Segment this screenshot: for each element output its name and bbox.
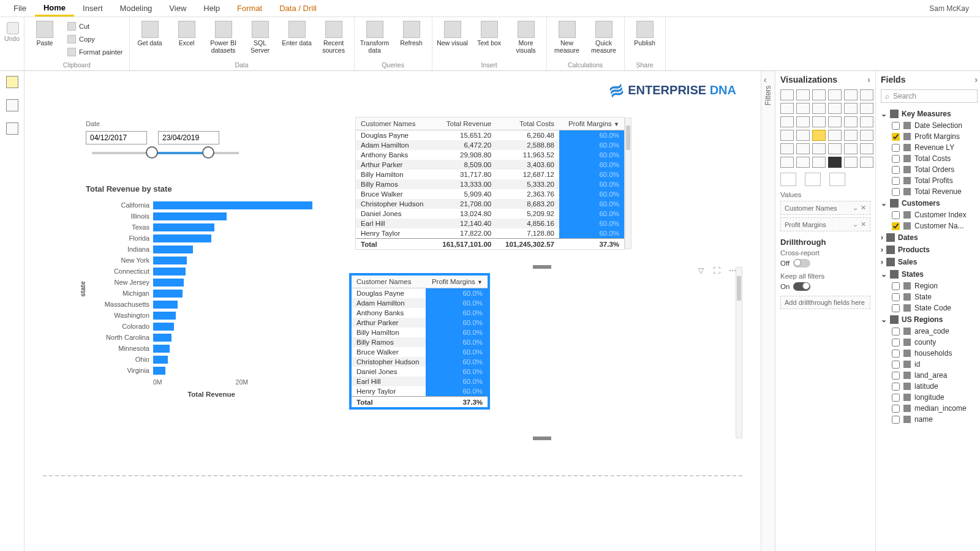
viz-type-23[interactable] (860, 130, 873, 141)
menu-data-drill[interactable]: Data / Drill (271, 1, 325, 15)
viz-type-30[interactable] (780, 157, 794, 168)
report-view-icon[interactable] (6, 76, 18, 88)
date-to-input[interactable] (158, 131, 219, 144)
viz-type-1[interactable] (796, 89, 810, 100)
table-row[interactable]: Bruce Walker60.0% (352, 347, 488, 357)
viz-type-15[interactable] (828, 116, 842, 127)
field-checkbox[interactable] (892, 372, 900, 380)
table-row[interactable]: Anthony Banks29,908.8011,963.5260.0% (356, 150, 624, 160)
fields-search[interactable]: ⌕Search (881, 89, 978, 103)
field-checkbox[interactable] (892, 282, 900, 290)
field-group[interactable]: ⌄Customers (881, 197, 978, 209)
table-row[interactable]: Earl Hill12,140.404,856.1660.0% (356, 219, 624, 228)
field-item[interactable]: Total Orders (881, 164, 978, 175)
viz-type-27[interactable] (828, 143, 842, 154)
table-row[interactable]: Billy Ramos60.0% (352, 337, 488, 347)
table-header[interactable]: Profit Margins ▼ (426, 276, 488, 288)
bar[interactable] (153, 279, 184, 287)
field-checkbox[interactable] (892, 394, 900, 402)
table-header[interactable]: Profit Margins ▼ (559, 118, 624, 130)
focus-icon[interactable]: ⛶ (712, 266, 722, 276)
viz-type-35[interactable] (860, 157, 873, 168)
table-row[interactable]: Daniel Jones13,024.805,209.9260.0% (356, 209, 624, 219)
field-group[interactable]: ›Products (881, 244, 978, 256)
bar[interactable] (153, 323, 174, 331)
viz-type-29[interactable] (860, 143, 873, 154)
field-checkbox[interactable] (892, 361, 900, 369)
format-mode-icon[interactable] (805, 173, 821, 186)
viz-type-12[interactable] (780, 116, 794, 127)
cut-button[interactable]: Cut (64, 20, 127, 32)
new-visual-button[interactable]: New visual (435, 18, 470, 60)
copy-button[interactable]: Copy (64, 32, 127, 45)
pbi-datasets-button[interactable]: Power BI datasets (206, 18, 241, 60)
field-checkbox[interactable] (892, 293, 900, 301)
quick-measure-button[interactable]: Quick measure (586, 18, 622, 60)
chevron-down-icon[interactable]: ⌄ (853, 204, 858, 212)
bar[interactable] (153, 246, 193, 253)
menu-help[interactable]: Help (195, 1, 228, 15)
field-item[interactable]: Customer Index (881, 209, 978, 220)
transform-data-button[interactable]: Transform data (357, 18, 393, 60)
viz-type-3[interactable] (828, 89, 842, 100)
field-item[interactable]: median_income (881, 403, 978, 414)
field-checkbox[interactable] (892, 339, 900, 347)
viz-type-33[interactable] (828, 157, 842, 168)
table-header[interactable]: Customer Names (352, 276, 426, 288)
values-well-profit[interactable]: Profit Margins⌄✕ (780, 217, 870, 231)
date-slider[interactable] (92, 152, 239, 154)
slider-handle-end[interactable] (202, 146, 214, 159)
bar[interactable] (153, 290, 183, 298)
table-row[interactable]: Arthur Parker60.0% (352, 318, 488, 328)
table1-scrollbar[interactable] (625, 118, 631, 249)
selected-visual-frame[interactable]: ▽ ⛶ ⋯ Customer NamesProfit Margins ▼Doug… (343, 267, 741, 438)
field-item[interactable]: Region (881, 280, 978, 291)
bar[interactable] (153, 312, 176, 320)
field-item[interactable]: Profit Margins (881, 131, 978, 142)
field-group[interactable]: ⌄States (881, 268, 978, 280)
field-checkbox[interactable] (892, 383, 900, 391)
field-group[interactable]: ⌄Key Measures (881, 108, 978, 120)
table-header[interactable]: Total Revenue (434, 118, 497, 130)
viz-type-19[interactable] (796, 130, 810, 141)
menu-home[interactable]: Home (35, 1, 74, 17)
menu-view[interactable]: View (160, 1, 195, 15)
undo-icon[interactable] (7, 22, 19, 34)
field-item[interactable]: Total Revenue (881, 186, 978, 197)
field-checkbox[interactable] (892, 166, 900, 174)
sql-server-button[interactable]: SQL Server (243, 18, 278, 60)
filter-icon[interactable]: ▽ (696, 266, 706, 276)
bar[interactable] (153, 223, 214, 231)
viz-type-18[interactable] (780, 130, 794, 141)
bar[interactable] (153, 257, 187, 264)
bar[interactable] (153, 234, 211, 242)
field-item[interactable]: land_area (881, 370, 978, 381)
bar[interactable] (153, 268, 186, 276)
menu-format[interactable]: Format (228, 1, 271, 15)
recent-sources-button[interactable]: Recent sources (316, 18, 352, 60)
data-view-icon[interactable] (6, 99, 18, 111)
table-row[interactable]: Earl Hill60.0% (352, 377, 488, 386)
customer-table-margins[interactable]: Customer NamesProfit Margins ▼Douglas Pa… (349, 273, 490, 410)
table-row[interactable]: Christopher Hudson21,708.008,683.2060.0% (356, 199, 624, 209)
field-checkbox[interactable] (892, 133, 900, 141)
field-checkbox[interactable] (892, 350, 900, 358)
more-visuals-button[interactable]: More visuals (508, 18, 544, 60)
field-item[interactable]: Total Costs (881, 153, 978, 164)
table-row[interactable]: Douglas Payne60.0% (352, 288, 488, 299)
viz-type-21[interactable] (828, 130, 842, 141)
remove-icon[interactable]: ✕ (861, 220, 866, 228)
viz-type-22[interactable] (844, 130, 858, 141)
resize-handle-top[interactable] (533, 265, 551, 269)
viz-type-26[interactable] (812, 143, 826, 154)
table-row[interactable]: Bruce Walker5,909.402,363.7660.0% (356, 189, 624, 199)
field-item[interactable]: county (881, 337, 978, 348)
model-view-icon[interactable] (6, 122, 18, 135)
menu-insert[interactable]: Insert (74, 1, 111, 15)
field-item[interactable]: id (881, 359, 978, 370)
field-item[interactable]: Date Selection (881, 120, 978, 131)
viz-type-5[interactable] (860, 89, 873, 100)
field-checkbox[interactable] (892, 405, 900, 413)
enter-data-button[interactable]: Enter data (279, 18, 315, 60)
viz-type-14[interactable] (812, 116, 826, 127)
